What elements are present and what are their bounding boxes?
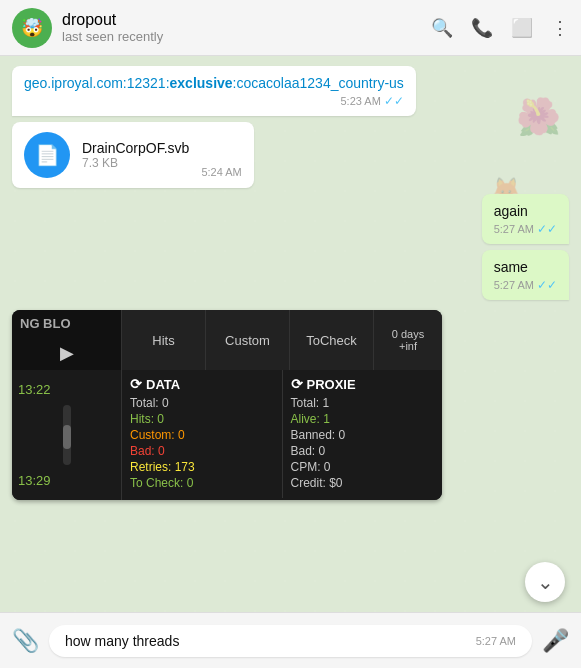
scrollbar-thumb bbox=[63, 425, 71, 449]
data-custom: Custom: 0 bbox=[130, 428, 274, 442]
proxies-credit: Credit: $0 bbox=[291, 476, 435, 490]
widget-timestamps: 13:22 13:29 bbox=[12, 370, 122, 500]
double-check-icon: ✓✓ bbox=[537, 278, 557, 292]
widget-tabs: Hits Custom ToCheck 0 days +inf bbox=[122, 310, 442, 370]
tab-hits[interactable]: Hits bbox=[122, 310, 206, 370]
data-section-title: ⟳ DATA bbox=[130, 376, 274, 392]
attach-icon[interactable]: 📎 bbox=[12, 628, 39, 654]
data-retries: Retries: 173 bbox=[130, 460, 274, 474]
timestamp-2: 13:29 bbox=[18, 473, 115, 488]
contact-status: last seen recently bbox=[62, 29, 431, 44]
message-link: geo.iproyal.com:12321:exclusive:cocacola… bbox=[24, 75, 404, 91]
file-icon-wrap[interactable]: 📄 bbox=[24, 132, 70, 178]
widget-play-icon[interactable]: ▶ bbox=[20, 342, 113, 364]
file-icon: 📄 bbox=[35, 143, 60, 167]
proxies-cpm: CPM: 0 bbox=[291, 460, 435, 474]
avatar-emoji: 🤯 bbox=[21, 17, 43, 39]
message-time: 5:27 AM ✓✓ bbox=[494, 222, 557, 236]
message-time: 5:27 AM ✓✓ bbox=[494, 278, 557, 292]
widget-ng-panel: NG BLO ▶ bbox=[12, 310, 122, 370]
message-input-display: how many threads 5:27 AM bbox=[49, 625, 532, 657]
message-input-time: 5:27 AM bbox=[476, 635, 516, 647]
file-size: 7.3 KB bbox=[82, 156, 189, 170]
search-icon[interactable]: 🔍 bbox=[431, 17, 453, 39]
message-time: 5:23 AM ✓✓ bbox=[24, 94, 404, 108]
widget-proxies-col: ⟳ PROXIE Total: 1 Alive: 1 Banned: 0 bbox=[282, 370, 443, 498]
call-icon[interactable]: 📞 bbox=[471, 17, 493, 39]
contact-name: dropout bbox=[62, 11, 431, 29]
checker-widget: NG BLO ▶ Hits Custom ToCheck 0 days bbox=[12, 310, 442, 500]
more-icon[interactable]: ⋮ bbox=[551, 17, 569, 39]
link-rest: :cocacolaa1234_country-us bbox=[233, 75, 404, 91]
proxies-bad: Bad: 0 bbox=[291, 444, 435, 458]
message-text: again bbox=[494, 203, 528, 219]
message-bubble-out: same 5:27 AM ✓✓ bbox=[482, 250, 569, 300]
message-text-display: how many threads bbox=[65, 633, 179, 649]
proxies-total: Total: 1 bbox=[291, 396, 435, 410]
file-info: DrainCorpOF.svb 7.3 KB bbox=[82, 140, 189, 170]
data-total: Total: 0 bbox=[130, 396, 274, 410]
contact-info: dropout last seen recently bbox=[62, 11, 431, 44]
widget-two-cols: ⟳ DATA Total: 0 Hits: 0 Custom: 0 bbox=[122, 370, 442, 498]
scroll-to-bottom-button[interactable]: ⌄ bbox=[525, 562, 565, 602]
widget-data-col: ⟳ DATA Total: 0 Hits: 0 Custom: 0 bbox=[122, 370, 282, 498]
tab-custom[interactable]: Custom bbox=[206, 310, 290, 370]
mic-icon[interactable]: 🎤 bbox=[542, 628, 569, 654]
messages-container: geo.iproyal.com:12321:exclusive:cocacola… bbox=[0, 56, 581, 612]
file-bubble: 📄 DrainCorpOF.svb 7.3 KB 5:24 AM bbox=[12, 122, 254, 188]
proxies-alive: Alive: 1 bbox=[291, 412, 435, 426]
file-time: 5:24 AM bbox=[201, 166, 241, 178]
data-bad: Bad: 0 bbox=[130, 444, 274, 458]
proxies-section-title: ⟳ PROXIE bbox=[291, 376, 435, 392]
header-actions: 🔍 📞 ⬜ ⋮ bbox=[431, 17, 569, 39]
message-bubble: geo.iproyal.com:12321:exclusive:cocacola… bbox=[12, 66, 416, 116]
timestamp-1: 13:22 bbox=[18, 382, 115, 397]
widget-header: NG BLO ▶ Hits Custom ToCheck 0 days bbox=[12, 310, 442, 370]
tab-days: 0 days +inf bbox=[374, 310, 442, 370]
tab-tocheck[interactable]: ToCheck bbox=[290, 310, 374, 370]
double-check-icon: ✓✓ bbox=[384, 94, 404, 108]
chat-background: 🌺 🦊 🐸 🐾 geo.iproyal.com:12321:exclusive:… bbox=[0, 56, 581, 612]
avatar: 🤯 bbox=[12, 8, 52, 48]
link-text: geo.iproyal.com:12321: bbox=[24, 75, 170, 91]
double-check-icon: ✓✓ bbox=[537, 222, 557, 236]
message-text: same bbox=[494, 259, 528, 275]
chevron-down-icon: ⌄ bbox=[537, 570, 554, 594]
tablet-icon[interactable]: ⬜ bbox=[511, 17, 533, 39]
chat-header: 🤯 dropout last seen recently 🔍 📞 ⬜ ⋮ bbox=[0, 0, 581, 56]
message-bubble-out: again 5:27 AM ✓✓ bbox=[482, 194, 569, 244]
data-tocheck: To Check: 0 bbox=[130, 476, 274, 490]
input-bar: 📎 how many threads 5:27 AM 🎤 bbox=[0, 612, 581, 668]
widget-data-panel: ⟳ DATA Total: 0 Hits: 0 Custom: 0 bbox=[122, 370, 442, 500]
scrollbar[interactable] bbox=[63, 405, 71, 465]
link-exclusive: exclusive bbox=[170, 75, 233, 91]
data-hits: Hits: 0 bbox=[130, 412, 274, 426]
widget-ng-label: NG BLO bbox=[20, 316, 113, 331]
file-name: DrainCorpOF.svb bbox=[82, 140, 189, 156]
proxies-banned: Banned: 0 bbox=[291, 428, 435, 442]
widget-body: 13:22 13:29 ⟳ DATA bbox=[12, 370, 442, 500]
